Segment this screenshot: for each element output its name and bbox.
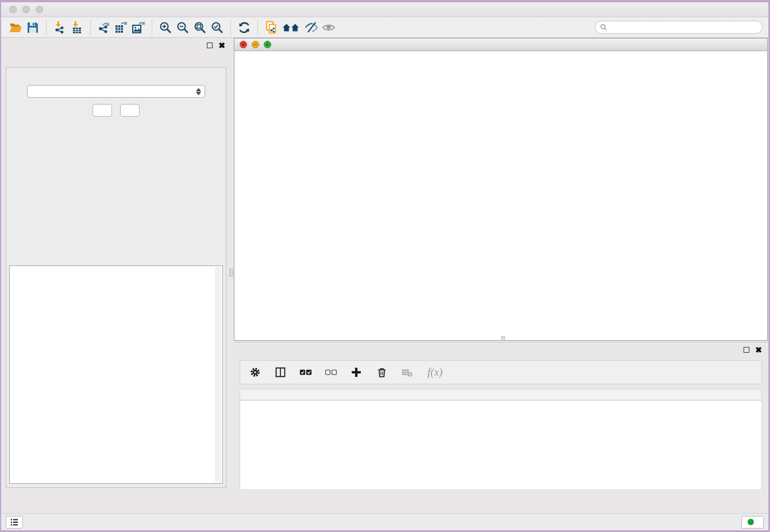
application-window: ✖	[0, 0, 770, 532]
window-minimize-icon[interactable]	[22, 6, 30, 13]
mcds-result-text[interactable]	[11, 267, 214, 482]
export-table-icon[interactable]	[113, 20, 130, 36]
zoom-fit-icon[interactable]	[191, 20, 209, 36]
deselect-all-rows-icon[interactable]	[324, 365, 338, 379]
open-session-icon[interactable]	[7, 20, 24, 36]
main-toolbar	[1, 17, 768, 38]
show-all-networks-icon[interactable]	[280, 20, 303, 36]
window-close-icon[interactable]	[9, 6, 17, 13]
import-network-icon[interactable]	[51, 20, 68, 36]
zoom-in-icon[interactable]	[157, 20, 174, 36]
add-column-icon[interactable]	[349, 365, 363, 379]
show-panel-eye-icon[interactable]	[320, 20, 337, 36]
control-panel: ✖	[1, 38, 231, 513]
network-window-titlebar: × − +	[234, 38, 767, 51]
export-network-icon[interactable]	[95, 20, 113, 36]
refresh-view-icon[interactable]	[236, 20, 253, 36]
network-zoom-icon[interactable]: +	[264, 41, 271, 48]
split-panel-icon[interactable]	[274, 365, 287, 379]
network-minimize-icon[interactable]: −	[252, 41, 259, 48]
delete-column-icon[interactable]	[375, 365, 388, 379]
mcds-panel	[6, 67, 226, 488]
control-panel-close-icon[interactable]: ✖	[218, 43, 225, 48]
toolbar-separator	[46, 20, 47, 35]
select-all-rows-icon[interactable]	[299, 365, 313, 379]
toolbar-separator	[152, 20, 152, 35]
toolbar-separator	[230, 20, 231, 35]
window-zoom-icon[interactable]	[36, 6, 43, 13]
mcds-result-box	[9, 265, 223, 484]
task-history-button[interactable]	[6, 516, 23, 529]
run-mcds-button[interactable]	[93, 104, 112, 117]
clone-network-icon[interactable]	[263, 20, 280, 36]
panel-splitter-handle[interactable]	[229, 269, 233, 276]
result-scrollbar[interactable]	[215, 267, 221, 482]
search-box	[595, 21, 763, 34]
search-input[interactable]	[611, 24, 757, 32]
select-chevrons-icon	[196, 88, 201, 95]
memory-status-icon	[748, 519, 754, 525]
zoom-out-icon[interactable]	[174, 20, 191, 36]
import-table-icon[interactable]	[68, 20, 86, 36]
optimization-criterion-select[interactable]	[27, 85, 205, 98]
table-toolbar: f(x)	[240, 360, 762, 384]
memory-button[interactable]	[741, 516, 764, 529]
table-settings-icon[interactable]	[248, 365, 262, 379]
table-panel: ✖	[234, 342, 768, 513]
delete-table-icon[interactable]	[400, 365, 414, 379]
canvas-resize-grip[interactable]	[501, 336, 505, 340]
table-header-row	[240, 390, 761, 400]
export-image-icon[interactable]	[130, 20, 147, 36]
zoom-selected-icon[interactable]	[209, 20, 226, 36]
save-session-icon[interactable]	[24, 20, 41, 36]
control-panel-float-icon[interactable]	[207, 43, 213, 48]
toolbar-separator	[257, 20, 258, 35]
node-table	[240, 389, 762, 490]
status-bar	[1, 513, 768, 530]
table-panel-close-icon[interactable]: ✖	[755, 347, 762, 353]
function-builder-icon[interactable]: f(x)	[425, 365, 445, 379]
hide-panel-eye-icon[interactable]	[303, 20, 320, 36]
table-panel-float-icon[interactable]	[744, 347, 749, 353]
network-close-icon[interactable]: ×	[240, 41, 247, 48]
window-titlebar	[1, 2, 768, 17]
toolbar-separator	[90, 20, 91, 35]
network-canvas[interactable]	[234, 51, 767, 340]
network-view-window: × − +	[234, 38, 768, 341]
close-panel-button[interactable]	[120, 104, 140, 117]
search-icon	[600, 24, 607, 31]
